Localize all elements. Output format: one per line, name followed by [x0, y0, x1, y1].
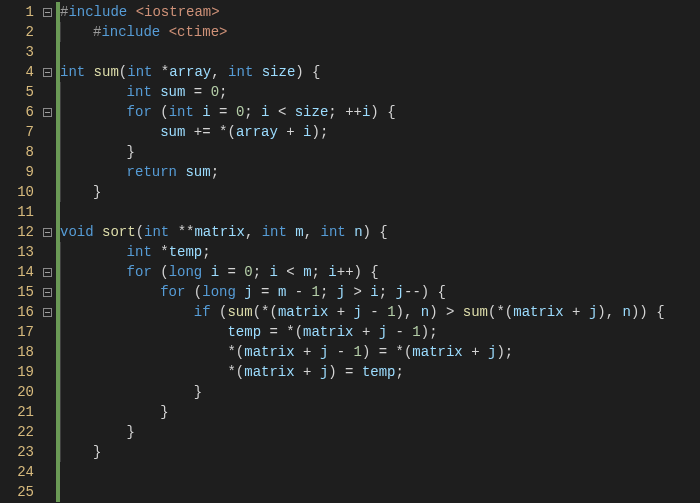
- code-tokens: int sum = 0;: [93, 82, 227, 102]
- token-punc: (: [160, 104, 168, 120]
- indent-guide: [60, 422, 65, 442]
- token-num: 1: [312, 284, 320, 300]
- token-type: int: [127, 64, 161, 80]
- fold-toggle-icon[interactable]: [38, 302, 56, 322]
- token-txt: [379, 304, 387, 320]
- token-txt: [303, 284, 311, 300]
- code-tokens: *(matrix + j) = temp;: [93, 362, 404, 382]
- fold-toggle-icon[interactable]: [38, 2, 56, 22]
- token-txt: [93, 284, 160, 300]
- code-line[interactable]: }: [60, 382, 665, 402]
- code-area[interactable]: #include <iostream>#include <ctime>int s…: [60, 0, 665, 503]
- token-id: matrix: [244, 364, 294, 380]
- token-txt: [93, 164, 127, 180]
- token-punc: (: [295, 324, 303, 340]
- code-line[interactable]: for (long j = m - 1; j > i; j--) {: [60, 282, 665, 302]
- fold-toggle-icon[interactable]: [38, 62, 56, 82]
- token-punc: }: [194, 384, 202, 400]
- token-txt: [286, 284, 294, 300]
- token-id: j: [379, 324, 387, 340]
- fold-gutter[interactable]: [38, 0, 56, 503]
- token-op: ++: [345, 104, 362, 120]
- indent-guide: [60, 342, 65, 362]
- token-id: j: [396, 284, 404, 300]
- token-fn: sort: [102, 224, 136, 240]
- token-punc: ): [429, 304, 446, 320]
- code-line[interactable]: int *temp;: [60, 242, 665, 262]
- token-type: int: [262, 224, 296, 240]
- token-id: sum: [185, 164, 210, 180]
- token-op: +=: [194, 124, 211, 140]
- code-line[interactable]: }: [60, 402, 665, 422]
- code-line[interactable]: [60, 42, 665, 62]
- token-punc: (: [136, 224, 144, 240]
- indent-guide: [60, 182, 65, 202]
- line-number: 25: [0, 482, 38, 502]
- code-line[interactable]: }: [60, 142, 665, 162]
- code-tokens: #include <iostream>: [60, 2, 220, 22]
- line-number: 14: [0, 262, 38, 282]
- code-line[interactable]: void sort(int **matrix, int m, int n) {: [60, 222, 665, 242]
- token-id: size: [295, 104, 329, 120]
- fold-toggle-icon[interactable]: [38, 262, 56, 282]
- code-editor[interactable]: 1234567891011121314151617181920212223242…: [0, 0, 700, 503]
- code-line[interactable]: if (sum(*(matrix + j - 1), n) > sum(*(ma…: [60, 302, 665, 322]
- token-txt: [295, 264, 303, 280]
- token-id: matrix: [513, 304, 563, 320]
- token-txt: [328, 304, 336, 320]
- token-punc: ;: [219, 84, 227, 100]
- token-fn: sum: [94, 64, 119, 80]
- code-line[interactable]: temp = *(matrix + j - 1);: [60, 322, 665, 342]
- code-tokens: for (long j = m - 1; j > i; j--) {: [93, 282, 446, 302]
- indent-guide: [60, 162, 65, 182]
- code-line[interactable]: [60, 482, 665, 502]
- code-line[interactable]: for (int i = 0; i < size; ++i) {: [60, 102, 665, 122]
- code-line[interactable]: }: [60, 442, 665, 462]
- code-tokens: int *temp;: [93, 242, 211, 262]
- fold-toggle-icon[interactable]: [38, 102, 56, 122]
- fold-spacer: [38, 202, 56, 222]
- code-line[interactable]: [60, 462, 665, 482]
- line-number: 13: [0, 242, 38, 262]
- token-id: n: [623, 304, 631, 320]
- code-line[interactable]: [60, 202, 665, 222]
- line-number: 20: [0, 382, 38, 402]
- token-id: matrix: [244, 344, 294, 360]
- token-id: temp: [227, 324, 261, 340]
- token-punc: (: [269, 304, 277, 320]
- token-id: i: [202, 104, 210, 120]
- line-number: 1: [0, 2, 38, 22]
- code-line[interactable]: *(matrix + j - 1) = *(matrix + j);: [60, 342, 665, 362]
- fold-toggle-icon[interactable]: [38, 282, 56, 302]
- token-kw: if: [194, 304, 211, 320]
- code-line[interactable]: sum += *(array + i);: [60, 122, 665, 142]
- code-tokens: }: [93, 382, 202, 402]
- token-punc: ;: [312, 264, 329, 280]
- code-tokens: }: [93, 142, 135, 162]
- fold-toggle-icon[interactable]: [38, 222, 56, 242]
- token-txt: [93, 304, 194, 320]
- token-txt: [93, 384, 194, 400]
- code-line[interactable]: return sum;: [60, 162, 665, 182]
- code-line[interactable]: }: [60, 182, 665, 202]
- token-txt: [93, 364, 227, 380]
- token-op: *: [160, 244, 168, 260]
- code-line[interactable]: for (long i = 0; i < m; i++) {: [60, 262, 665, 282]
- token-punc: ;: [253, 264, 270, 280]
- token-punc: ) {: [363, 224, 388, 240]
- code-line[interactable]: #include <ctime>: [60, 22, 665, 42]
- code-line[interactable]: #include <iostream>: [60, 2, 665, 22]
- code-line[interactable]: }: [60, 422, 665, 442]
- token-type: int: [321, 224, 355, 240]
- code-line[interactable]: *(matrix + j) = temp;: [60, 362, 665, 382]
- token-txt: [480, 344, 488, 360]
- token-hdr: <iostream>: [136, 4, 220, 20]
- token-txt: [185, 124, 193, 140]
- code-line[interactable]: int sum = 0;: [60, 82, 665, 102]
- token-id: matrix: [278, 304, 328, 320]
- token-type: int: [127, 244, 161, 260]
- line-number: 12: [0, 222, 38, 242]
- token-num: 0: [211, 84, 219, 100]
- code-line[interactable]: int sum(int *array, int size) {: [60, 62, 665, 82]
- token-punc: (: [227, 124, 235, 140]
